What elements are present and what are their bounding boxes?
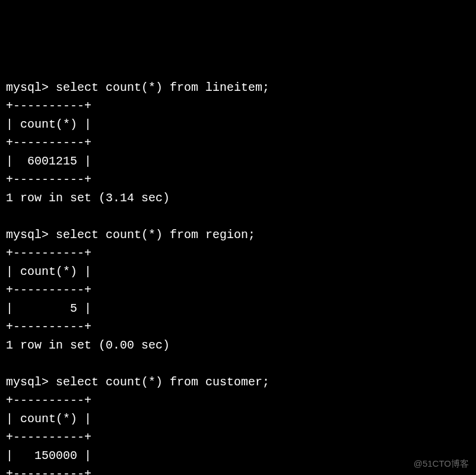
table-border: +----------+ bbox=[6, 430, 91, 444]
sql-query: select count(*) from lineitem; bbox=[56, 81, 269, 94]
table-header: | count(*) | bbox=[6, 118, 91, 131]
table-row: | 150000 | bbox=[6, 449, 91, 463]
sql-query: select count(*) from customer; bbox=[56, 375, 269, 389]
mysql-prompt: mysql> bbox=[6, 375, 56, 389]
table-row: | 5 | bbox=[6, 302, 91, 315]
table-border: +----------+ bbox=[6, 467, 91, 475]
mysql-prompt: mysql> bbox=[6, 228, 56, 242]
table-header: | count(*) | bbox=[6, 412, 91, 426]
table-border: +----------+ bbox=[6, 99, 91, 113]
sql-query: select count(*) from region; bbox=[56, 228, 255, 242]
query-summary: 1 row in set (3.14 sec) bbox=[6, 191, 170, 205]
table-border: +----------+ bbox=[6, 173, 91, 186]
query-summary: 1 row in set (0.00 sec) bbox=[6, 338, 170, 352]
watermark-text: @51CTO博客 bbox=[414, 457, 469, 470]
table-border: +----------+ bbox=[6, 283, 91, 297]
mysql-prompt: mysql> bbox=[6, 81, 56, 94]
table-header: | count(*) | bbox=[6, 265, 91, 278]
table-border: +----------+ bbox=[6, 394, 91, 407]
table-row: | 6001215 | bbox=[6, 154, 91, 168]
table-border: +----------+ bbox=[6, 246, 91, 260]
table-border: +----------+ bbox=[6, 136, 91, 150]
table-border: +----------+ bbox=[6, 320, 91, 334]
